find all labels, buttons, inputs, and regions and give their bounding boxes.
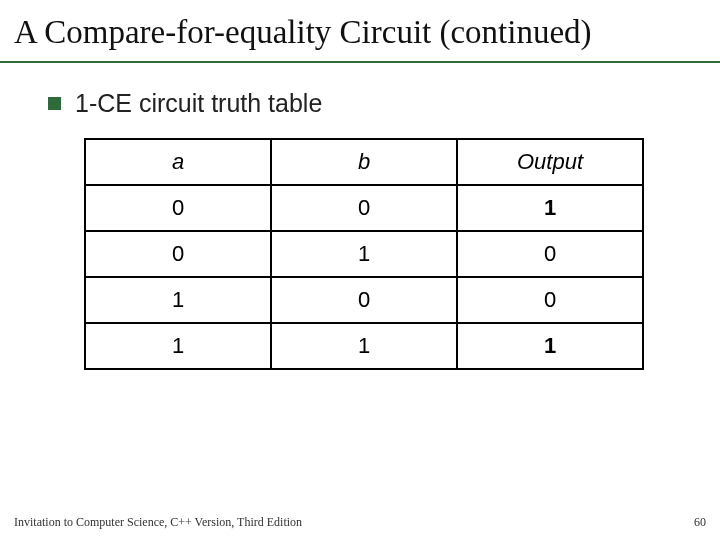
cell-b: 1: [271, 231, 457, 277]
square-bullet-icon: [48, 97, 61, 110]
footer: Invitation to Computer Science, C++ Vers…: [14, 515, 706, 530]
table-row: 1 1 1: [85, 323, 643, 369]
bullet-text: 1-CE circuit truth table: [75, 89, 322, 118]
cell-output: 1: [457, 185, 643, 231]
cell-b: 1: [271, 323, 457, 369]
table-row: 0 1 0: [85, 231, 643, 277]
cell-output: 0: [457, 231, 643, 277]
title-block: A Compare-for-equality Circuit (continue…: [0, 0, 720, 63]
cell-b: 0: [271, 277, 457, 323]
table-row: 1 0 0: [85, 277, 643, 323]
cell-output: 1: [457, 323, 643, 369]
cell-a: 0: [85, 185, 271, 231]
table-row: 0 0 1: [85, 185, 643, 231]
header-b: b: [271, 139, 457, 185]
cell-b: 0: [271, 185, 457, 231]
footer-source: Invitation to Computer Science, C++ Vers…: [14, 515, 302, 530]
bullet-item: 1-CE circuit truth table: [48, 89, 672, 118]
content-area: 1-CE circuit truth table a b Output 0 0 …: [0, 63, 720, 370]
cell-a: 1: [85, 277, 271, 323]
cell-a: 0: [85, 231, 271, 277]
header-a: a: [85, 139, 271, 185]
table-header-row: a b Output: [85, 139, 643, 185]
page-number: 60: [694, 515, 706, 530]
cell-a: 1: [85, 323, 271, 369]
header-output: Output: [457, 139, 643, 185]
page-title: A Compare-for-equality Circuit (continue…: [14, 12, 706, 53]
truth-table: a b Output 0 0 1 0 1 0 1 0 0 1: [84, 138, 644, 370]
cell-output: 0: [457, 277, 643, 323]
